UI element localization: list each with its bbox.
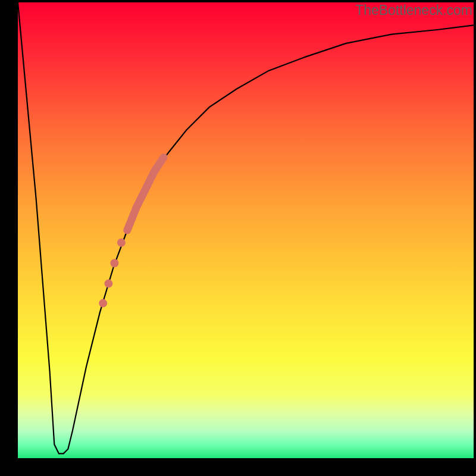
plot-area (18, 2, 474, 458)
watermark-text: TheBottleneck.com (355, 2, 472, 18)
svg-point-2 (110, 259, 118, 267)
svg-point-4 (99, 299, 107, 308)
bottleneck-curve (18, 2, 474, 458)
chart-frame: TheBottleneck.com (0, 0, 476, 476)
svg-point-1 (117, 239, 126, 247)
svg-point-3 (104, 280, 112, 288)
